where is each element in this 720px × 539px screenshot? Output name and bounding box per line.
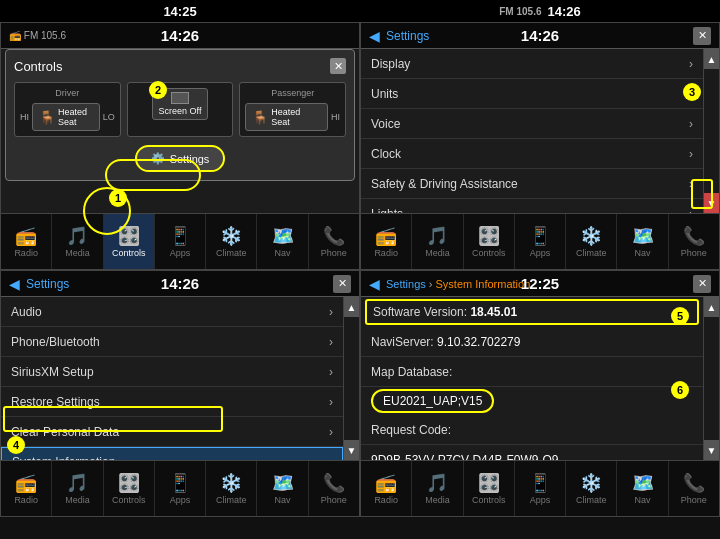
clear-label: Clear Personal Data <box>11 425 119 439</box>
nav-nav-tl[interactable]: 🗺️ Nav <box>257 214 308 269</box>
scroll-up-tr[interactable]: ▲ <box>704 49 719 69</box>
controls-title: Controls <box>14 59 62 74</box>
scroll-up-bl[interactable]: ▲ <box>344 297 359 317</box>
nav-nav-tr[interactable]: 🗺️ Nav <box>617 214 668 269</box>
climate-label-tl: Climate <box>216 248 247 258</box>
climate-icon-tl: ❄️ <box>220 225 242 247</box>
settings-item-safety[interactable]: Safety & Driving Assistance› <box>361 169 703 199</box>
close-btn-br[interactable]: ✕ <box>693 275 711 293</box>
screen-off-section: Screen Off <box>127 82 234 137</box>
chevron-clear: › <box>329 425 333 439</box>
settings-item-sysinfo[interactable]: System Information› <box>1 447 343 460</box>
back-btn-br[interactable]: ◀ <box>369 276 380 292</box>
chevron-restore: › <box>329 395 333 409</box>
nav-media-tl[interactable]: 🎵 Media <box>52 214 103 269</box>
scrollbar-bl[interactable]: ▲ ▼ <box>343 297 359 460</box>
driver-section: Driver HI 🪑 Heated Seat LO <box>14 82 121 137</box>
nav-climate-tr[interactable]: ❄️ Climate <box>566 214 617 269</box>
settings-item-clock[interactable]: Clock› <box>361 139 703 169</box>
nav-climate-bl[interactable]: ❄️ Climate <box>206 461 257 516</box>
nav-nav-br[interactable]: 🗺️ Nav <box>617 461 668 516</box>
nav-media-bl[interactable]: 🎵 Media <box>52 461 103 516</box>
back-btn-bl[interactable]: ◀ <box>9 276 20 292</box>
nav-bar-br: 📻 Radio 🎵 Media 🎛️ Controls 📱 Apps ❄️ <box>361 460 719 516</box>
nav-controls-tr[interactable]: 🎛️ Controls <box>464 214 515 269</box>
time-tr: 14:26 <box>521 27 559 44</box>
software-version-label: Software Version: <box>373 305 470 319</box>
voice-label: Voice <box>371 117 400 131</box>
settings-title-bl: Settings <box>26 277 69 291</box>
nav-nav-bl[interactable]: 🗺️ Nav <box>257 461 308 516</box>
nav-label-bl: Nav <box>275 495 291 505</box>
scroll-up-br[interactable]: ▲ <box>704 297 719 317</box>
radio-icon-br: 📻 <box>375 472 397 494</box>
chevron-sirius: › <box>329 365 333 379</box>
nav-phone-tr[interactable]: 📞 Phone <box>669 214 719 269</box>
chevron-safety: › <box>689 177 693 191</box>
software-version-item: Software Version: 18.45.01 <box>365 299 699 325</box>
controls-icon-br: 🎛️ <box>478 472 500 494</box>
scrollbar-tr[interactable]: ▲ ▼ <box>703 49 719 213</box>
close-btn-tr[interactable]: ✕ <box>693 27 711 45</box>
nav-label-tr: Nav <box>635 248 651 258</box>
hi-label-passenger: HI <box>331 112 340 122</box>
nav-controls-tl[interactable]: 🎛️ Controls <box>104 214 155 269</box>
apps-label-br: Apps <box>530 495 551 505</box>
nav-controls-br[interactable]: 🎛️ Controls <box>464 461 515 516</box>
nav-climate-tl[interactable]: ❄️ Climate <box>206 214 257 269</box>
request-code-label-item: Request Code: <box>361 415 703 445</box>
phone-icon-tr: 📞 <box>683 225 705 247</box>
nav-radio-tl[interactable]: 📻 Radio <box>1 214 52 269</box>
media-icon-br: 🎵 <box>426 472 448 494</box>
settings-item-lights[interactable]: Lights› <box>361 199 703 213</box>
nav-media-br[interactable]: 🎵 Media <box>412 461 463 516</box>
nav-climate-br[interactable]: ❄️ Climate <box>566 461 617 516</box>
controls-modal-header: Controls ✕ <box>14 58 346 74</box>
nav-phone-bl[interactable]: 📞 Phone <box>309 461 359 516</box>
radio-label-tr: Radio <box>374 248 398 258</box>
breadcrumb-br: Settings › System Information <box>386 278 530 290</box>
nav-apps-tl[interactable]: 📱 Apps <box>155 214 206 269</box>
settings-item-restore[interactable]: Restore Settings› <box>1 387 343 417</box>
nav-radio-br[interactable]: 📻 Radio <box>361 461 412 516</box>
settings-item-clear[interactable]: Clear Personal Data› <box>1 417 343 447</box>
back-btn-tr[interactable]: ◀ <box>369 28 380 44</box>
apps-label-tl: Apps <box>170 248 191 258</box>
scroll-down-bl[interactable]: ▼ <box>344 440 359 460</box>
nav-controls-bl[interactable]: 🎛️ Controls <box>104 461 155 516</box>
close-btn-bl[interactable]: ✕ <box>333 275 351 293</box>
nav-apps-bl[interactable]: 📱 Apps <box>155 461 206 516</box>
scroll-down-br[interactable]: ▼ <box>704 440 719 460</box>
software-version-value: 18.45.01 <box>470 305 517 319</box>
heated-seat-passenger-button[interactable]: 🪑 Heated Seat <box>245 103 328 131</box>
settings-item-phone[interactable]: Phone/Bluetooth› <box>1 327 343 357</box>
heated-seat-driver-button[interactable]: 🪑 Heated Seat <box>32 103 100 131</box>
apps-label-bl: Apps <box>170 495 191 505</box>
nav-radio-bl[interactable]: 📻 Radio <box>1 461 52 516</box>
settings-button[interactable]: ⚙️ Settings <box>135 145 226 172</box>
media-label-bl: Media <box>65 495 90 505</box>
chevron-phone: › <box>329 335 333 349</box>
settings-item-units[interactable]: Units› <box>361 79 703 109</box>
nav-phone-br[interactable]: 📞 Phone <box>669 461 719 516</box>
controls-label-bl: Controls <box>112 495 146 505</box>
time-bl: 14:26 <box>161 275 199 292</box>
nav-phone-tl[interactable]: 📞 Phone <box>309 214 359 269</box>
settings-item-audio[interactable]: Audio› <box>1 297 343 327</box>
settings-item-sirius[interactable]: SiriusXM Setup› <box>1 357 343 387</box>
settings-item-display[interactable]: Display› <box>361 49 703 79</box>
quad-bottom-right: ◀ Settings › System Information 12:25 ✕ … <box>360 270 720 517</box>
scrollbar-br[interactable]: ▲ ▼ <box>703 297 719 460</box>
nav-label-br: Nav <box>635 495 651 505</box>
nav-apps-tr[interactable]: 📱 Apps <box>515 214 566 269</box>
scroll-down-tr[interactable]: ▼ <box>704 193 719 213</box>
settings-item-voice[interactable]: Voice› <box>361 109 703 139</box>
nav-radio-tr[interactable]: 📻 Radio <box>361 214 412 269</box>
annotation-1: 1 <box>109 189 127 207</box>
nav-media-tr[interactable]: 🎵 Media <box>412 214 463 269</box>
controls-close-button[interactable]: ✕ <box>330 58 346 74</box>
media-label-tl: Media <box>65 248 90 258</box>
scroll-track-br <box>704 317 719 440</box>
nav-apps-br[interactable]: 📱 Apps <box>515 461 566 516</box>
radio-icon-tr: 📻 <box>375 225 397 247</box>
